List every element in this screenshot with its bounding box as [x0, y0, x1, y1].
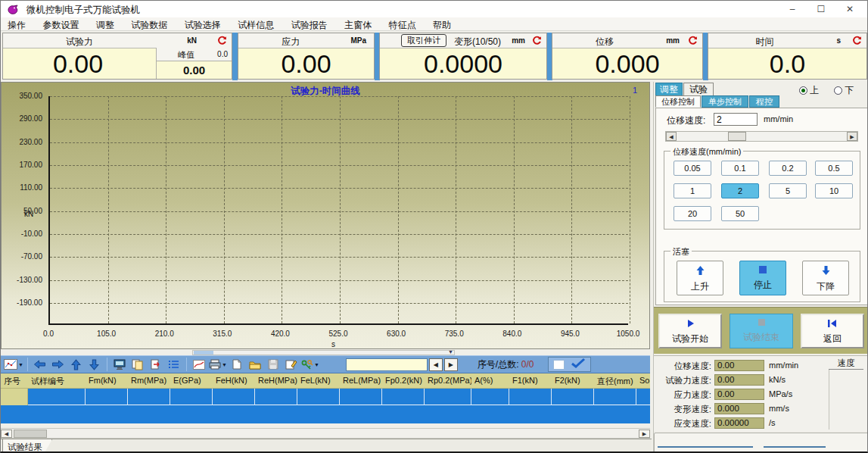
piston-up-button[interactable]: 上升	[677, 261, 723, 295]
speed-option-0.05[interactable]: 0.05	[674, 161, 711, 176]
col-header[interactable]: F1(kN)	[509, 373, 552, 388]
menu-main-window[interactable]: 主窗体	[338, 17, 378, 32]
slider-thumb[interactable]	[728, 132, 746, 141]
speed-option-0.1[interactable]: 0.1	[721, 161, 759, 176]
list-icon[interactable]	[166, 357, 182, 372]
piston-down-button[interactable]: 下降	[802, 261, 849, 295]
record-filter-input[interactable]	[346, 358, 428, 371]
refresh-icon[interactable]	[532, 36, 542, 48]
return-button[interactable]: 返回	[801, 314, 864, 348]
col-header[interactable]: 直径(mm)	[594, 373, 636, 388]
new-file-icon[interactable]	[229, 357, 245, 372]
refresh-icon[interactable]	[688, 36, 698, 48]
speed-option-1[interactable]: 1	[674, 183, 711, 198]
speed-option-20[interactable]: 20	[674, 206, 711, 221]
menu-feature-points[interactable]: 特征点	[382, 17, 423, 32]
arrow-up-icon[interactable]	[68, 357, 85, 372]
peak-top-value: 0.0	[217, 50, 228, 58]
scrollbar-thumb[interactable]	[194, 351, 213, 355]
y-tick-label: 230.00	[2, 138, 42, 146]
chevron-down-icon[interactable]: ▼	[448, 349, 453, 355]
speed-slider[interactable]: ◀ ▶	[665, 131, 858, 142]
col-header[interactable]: E(GPa)	[170, 373, 213, 388]
slider-right-arrow-icon[interactable]: ▶	[847, 132, 857, 141]
col-header[interactable]: Rm(MPa)	[128, 373, 170, 388]
col-header[interactable]: Fm(kN)	[86, 373, 128, 388]
chart-select-icon[interactable]: ▼	[4, 357, 23, 372]
speed-option-50[interactable]: 50	[721, 206, 759, 221]
maximize-button[interactable]: ☐	[807, 1, 835, 17]
open-folder-icon[interactable]	[247, 357, 263, 372]
results-toolbar: ▼ ▼ ▼ ◀ ▶ 序号/总数: 0/0	[1, 355, 650, 373]
col-header[interactable]: 试样编号	[28, 373, 86, 388]
table-row[interactable]	[1, 389, 650, 405]
menu-parameters[interactable]: 参数设置	[36, 17, 86, 32]
close-button[interactable]: ✕	[835, 1, 864, 17]
print-icon[interactable]: ▼	[209, 357, 227, 372]
arrow-down-icon[interactable]	[86, 357, 103, 372]
results-sheet-tab[interactable]: 试验结果	[2, 439, 52, 453]
menu-sample-info[interactable]: 试样信息	[231, 17, 281, 32]
col-header[interactable]: FeL(kN)	[297, 373, 340, 388]
col-header[interactable]: ReH(MPa)	[255, 373, 297, 388]
slider-left-arrow-icon[interactable]: ◀	[666, 132, 677, 141]
chart-horizontal-scrollbar[interactable]: ▼	[192, 350, 455, 355]
select-checkbox[interactable]	[553, 360, 565, 370]
speed-option-2[interactable]: 2	[721, 183, 759, 198]
confirm-check-icon[interactable]	[571, 358, 586, 371]
subtab-program-control[interactable]: 程控	[749, 95, 779, 108]
curve-icon[interactable]	[191, 357, 207, 372]
col-header[interactable]: Fp0.2(kN)	[382, 373, 425, 388]
prev-record-button[interactable]: ◀	[429, 358, 443, 371]
speed-option-0.2[interactable]: 0.2	[769, 161, 807, 176]
edit-export-icon[interactable]	[283, 357, 300, 372]
speed-option-10[interactable]: 10	[815, 183, 853, 198]
subtab-displacement-control[interactable]: 位移控制	[655, 95, 701, 108]
speed-option-5[interactable]: 5	[769, 183, 807, 198]
scroll-left-icon[interactable]: ◀	[1, 430, 12, 438]
refresh-icon[interactable]	[217, 36, 227, 48]
keys-icon[interactable]: ▼	[301, 357, 319, 372]
table-horizontal-scrollbar[interactable]: ◀ ▶	[1, 428, 650, 439]
speed-input[interactable]	[714, 113, 758, 126]
menu-test-data[interactable]: 试验数据	[124, 17, 174, 32]
radio-down[interactable]: 下	[834, 84, 854, 97]
meter-force-value: 0.00	[3, 48, 153, 79]
menu-adjust[interactable]: 调整	[89, 17, 121, 32]
test-start-button[interactable]: 试验开始	[658, 314, 722, 348]
arrow-right-icon[interactable]	[50, 357, 67, 372]
speed-tab[interactable]: 速度	[829, 358, 863, 370]
tab-adjust[interactable]: 调整	[655, 83, 683, 95]
next-record-button[interactable]: ▶	[444, 358, 458, 371]
monitor-icon[interactable]	[111, 357, 128, 372]
col-header[interactable]: Rp0.2(MPa)	[425, 373, 471, 388]
arrow-left-icon[interactable]	[32, 357, 48, 372]
scrollbar-thumb[interactable]	[14, 430, 47, 438]
export-icon[interactable]	[148, 357, 164, 372]
tab-test[interactable]: 试验	[683, 83, 714, 95]
minimize-button[interactable]: –	[778, 1, 807, 17]
speed-option-0.5[interactable]: 0.5	[815, 161, 853, 176]
meter-displacement: 位移 mm 0.000	[552, 33, 703, 80]
results-table-body[interactable]	[1, 389, 650, 423]
col-header[interactable]: 序号	[1, 373, 28, 388]
menu-test-report[interactable]: 试验报告	[285, 17, 334, 32]
scroll-right-icon[interactable]: ▶	[639, 430, 650, 438]
extensometer-button[interactable]: 取引伸计	[401, 34, 446, 47]
menu-help[interactable]: 帮助	[426, 17, 458, 32]
col-header[interactable]: FeH(kN)	[213, 373, 255, 388]
copy-icon[interactable]	[129, 357, 146, 372]
col-header[interactable]: A(%)	[471, 373, 509, 388]
menu-test-select[interactable]: 试验选择	[178, 17, 228, 32]
piston-stop-button[interactable]: 停止	[739, 261, 786, 295]
col-header[interactable]: So(mm^2)	[636, 373, 650, 388]
col-header[interactable]: F2(kN)	[552, 373, 594, 388]
h-gridline	[50, 119, 628, 120]
col-header[interactable]: ReL(MPa)	[340, 373, 382, 388]
subtab-step-control[interactable]: 单步控制	[702, 95, 748, 108]
h-gridline	[50, 96, 628, 97]
plot-area[interactable]	[48, 96, 628, 325]
refresh-icon[interactable]	[852, 36, 862, 48]
menu-operation[interactable]: 操作	[1, 17, 33, 32]
radio-up[interactable]: 上	[799, 84, 819, 97]
